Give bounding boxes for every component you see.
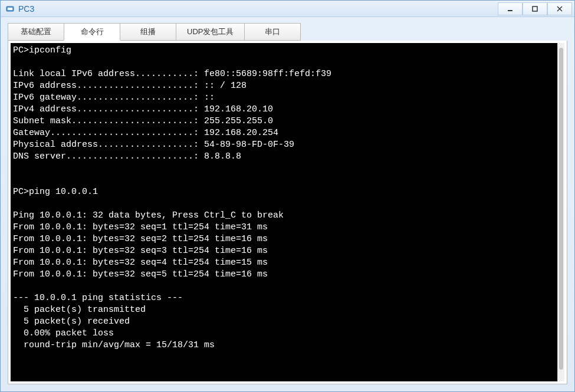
ipconfig-ipv6-gw: IPv6 gateway......................: :: xyxy=(13,93,215,103)
ping-reply: From 10.0.0.1: bytes=32 seq=3 ttl=254 ti… xyxy=(13,246,268,256)
ping-stats-loss: 0.00% packet loss xyxy=(13,328,114,338)
ipconfig-gateway: Gateway...........................: 192.… xyxy=(13,128,278,138)
ping-reply: From 10.0.0.1: bytes=32 seq=4 ttl=254 ti… xyxy=(13,258,268,268)
app-window: PC3 基础配置 命令行 组播 UDP发包工具 串口 PC>ipconfig L… xyxy=(0,0,575,392)
tab-udp-tool[interactable]: UDP发包工具 xyxy=(176,23,245,41)
prompt: PC> xyxy=(13,45,29,55)
window-title: PC3 xyxy=(18,4,498,14)
ping-stats-rtt: round-trip min/avg/max = 15/18/31 ms xyxy=(13,340,215,350)
ping-reply: From 10.0.0.1: bytes=32 seq=5 ttl=254 ti… xyxy=(13,269,268,279)
content-area: 基础配置 命令行 组播 UDP发包工具 串口 PC>ipconfig Link … xyxy=(1,17,574,391)
tab-multicast[interactable]: 组播 xyxy=(120,23,176,41)
ipconfig-ipv4-addr: IPv4 address......................: 192.… xyxy=(13,104,273,114)
tab-serial[interactable]: 串口 xyxy=(244,23,301,41)
prompt: PC> xyxy=(13,187,29,197)
ipconfig-subnet: Subnet mask.......................: 255.… xyxy=(13,116,273,126)
terminal-scrollbar[interactable] xyxy=(557,43,564,381)
minimize-button[interactable] xyxy=(498,2,523,15)
maximize-button[interactable] xyxy=(523,2,547,15)
ping-stats-header: --- 10.0.0.1 ping statistics --- xyxy=(13,293,183,303)
ping-stats-rx: 5 packet(s) received xyxy=(13,317,130,327)
ipconfig-dns: DNS server........................: 8.8.… xyxy=(13,151,241,162)
cmd-ipconfig: ipconfig xyxy=(29,45,71,55)
ping-stats-tx: 5 packet(s) transmitted xyxy=(13,305,146,315)
svg-rect-1 xyxy=(8,8,12,10)
close-button[interactable] xyxy=(547,2,572,15)
ping-reply: From 10.0.0.1: bytes=32 seq=1 ttl=254 ti… xyxy=(13,222,268,232)
terminal-panel: PC>ipconfig Link local IPv6 address.....… xyxy=(8,41,567,384)
scrollbar-thumb[interactable] xyxy=(559,48,563,370)
tab-basic-config[interactable]: 基础配置 xyxy=(8,23,64,41)
ipconfig-physical: Physical address..................: 54-8… xyxy=(13,140,294,150)
tab-row: 基础配置 命令行 组播 UDP发包工具 串口 xyxy=(8,23,567,41)
ipconfig-link-local: Link local IPv6 address...........: fe80… xyxy=(13,69,331,79)
app-icon xyxy=(5,4,15,14)
terminal-output[interactable]: PC>ipconfig Link local IPv6 address.....… xyxy=(11,43,557,381)
window-controls xyxy=(498,2,572,15)
svg-rect-3 xyxy=(533,6,537,11)
ipconfig-ipv6-addr: IPv6 address......................: :: /… xyxy=(13,81,247,91)
ping-header: Ping 10.0.0.1: 32 data bytes, Press Ctrl… xyxy=(13,210,284,220)
cmd-ping: ping 10.0.0.1 xyxy=(29,187,98,197)
tab-command-line[interactable]: 命令行 xyxy=(64,23,120,41)
titlebar[interactable]: PC3 xyxy=(1,1,574,17)
ping-reply: From 10.0.0.1: bytes=32 seq=2 ttl=254 ti… xyxy=(13,234,268,244)
